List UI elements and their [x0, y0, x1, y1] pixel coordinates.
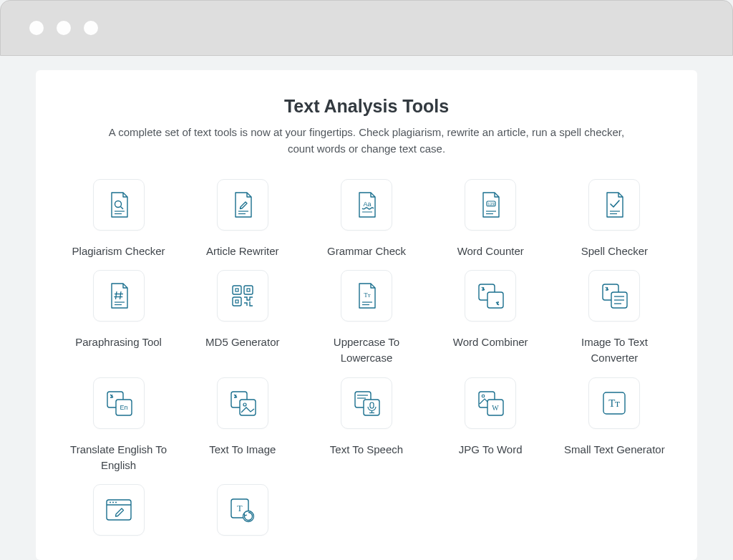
tool-item[interactable] — [62, 483, 175, 549]
file-aa-icon[interactable]: Aa — [341, 179, 392, 231]
svg-rect-20 — [233, 286, 241, 294]
tool-label: JPG To Word — [459, 442, 523, 458]
tool-item[interactable]: Paraphrasing Tool — [62, 269, 175, 366]
svg-text:En: En — [120, 404, 127, 411]
svg-text:Tт: Tт — [364, 291, 370, 299]
file-123-icon[interactable]: 123 — [465, 179, 516, 231]
svg-point-50 — [482, 395, 485, 397]
tool-label: MD5 Generator — [205, 334, 279, 350]
file-tt-icon[interactable]: Tт — [341, 270, 392, 322]
svg-text:Tт: Tт — [609, 397, 621, 409]
window-dot — [29, 21, 44, 35]
file-combine-icon[interactable] — [465, 270, 516, 322]
tool-label: Word Counter — [457, 243, 524, 259]
jpg-to-word-icon[interactable]: W — [465, 377, 516, 429]
tool-item[interactable]: Tт Small Text Generator — [558, 376, 671, 473]
tool-label: Spell Checker — [581, 243, 648, 259]
file-check-icon[interactable] — [588, 179, 640, 231]
qr-icon[interactable] — [217, 270, 268, 322]
window-dot — [57, 21, 71, 35]
tool-item[interactable]: Plagiarism Checker — [62, 178, 175, 259]
tool-label: Grammar Check — [327, 243, 406, 259]
svg-rect-22 — [244, 286, 253, 294]
svg-rect-30 — [487, 292, 503, 308]
tool-label: Word Combiner — [453, 334, 528, 350]
svg-rect-21 — [236, 289, 238, 291]
svg-rect-24 — [233, 297, 241, 306]
svg-text:123: 123 — [487, 201, 495, 206]
svg-point-0 — [115, 201, 121, 207]
tool-label: Article Rewriter — [206, 243, 279, 259]
svg-point-59 — [115, 502, 117, 503]
tool-item[interactable]: MD5 Generator — [185, 269, 299, 366]
browser-pencil-icon[interactable] — [93, 484, 145, 536]
tool-item[interactable]: Tт Uppercase To Lowercase — [309, 269, 423, 366]
svg-text:Aa: Aa — [363, 201, 371, 208]
tool-label: Text To Speech — [330, 442, 403, 458]
tool-item[interactable]: Text To Image — [185, 376, 299, 473]
file-hash-icon[interactable] — [93, 270, 145, 322]
svg-text:W: W — [492, 403, 499, 411]
tool-item[interactable]: Article Rewriter — [185, 178, 299, 259]
browser-chrome — [0, 0, 733, 56]
page: Text Analysis Tools A complete set of te… — [0, 56, 733, 560]
tool-label: Plagiarism Checker — [72, 243, 165, 259]
tool-item[interactable]: Text To Speech — [309, 376, 423, 473]
tool-label: Text To Image — [209, 442, 276, 458]
window-dot — [84, 21, 98, 35]
svg-line-1 — [120, 206, 123, 209]
svg-point-57 — [110, 502, 111, 503]
svg-point-58 — [112, 502, 114, 503]
text-refresh-icon[interactable]: T — [217, 484, 268, 536]
tt-box-icon[interactable]: Tт — [588, 377, 640, 429]
svg-rect-25 — [236, 300, 238, 303]
tool-label: Paraphrasing Tool — [75, 334, 162, 350]
tool-item[interactable]: Image To Text Converter — [558, 269, 671, 366]
tool-label: Image To Text Converter — [559, 334, 670, 366]
file-pencil-icon[interactable] — [217, 179, 268, 231]
page-title: Text Analysis Tools — [62, 96, 671, 117]
file-search-icon[interactable] — [93, 179, 145, 231]
svg-rect-40 — [240, 400, 256, 415]
svg-text:T: T — [237, 503, 243, 513]
tool-label: Small Text Generator — [564, 442, 665, 458]
tool-item[interactable]: Word Combiner — [434, 269, 548, 366]
text-to-image-icon[interactable] — [217, 377, 268, 429]
svg-rect-23 — [247, 289, 250, 291]
tool-item[interactable]: Aa Grammar Check — [309, 178, 423, 259]
content-card: Text Analysis Tools A complete set of te… — [36, 70, 697, 560]
tool-item[interactable]: Spell Checker — [558, 178, 671, 259]
svg-line-15 — [120, 291, 121, 299]
tool-item[interactable]: 123 Word Counter — [434, 178, 548, 259]
svg-line-14 — [115, 291, 117, 299]
tool-label: Uppercase To Lowercase — [311, 334, 422, 366]
file-en-icon[interactable]: En — [93, 377, 145, 429]
tool-item[interactable]: En Translate English To English — [62, 376, 175, 473]
tool-grid: Plagiarism Checker Article Rewriter Aa G… — [62, 178, 671, 549]
tool-item[interactable]: W JPG To Word — [434, 376, 548, 473]
file-mic-icon[interactable] — [341, 377, 392, 429]
image-to-text-icon[interactable] — [588, 270, 640, 322]
tool-label: Translate English To English — [63, 442, 174, 473]
page-subtitle: A complete set of text tools is now at y… — [94, 124, 639, 158]
tool-item[interactable]: T — [185, 483, 299, 549]
